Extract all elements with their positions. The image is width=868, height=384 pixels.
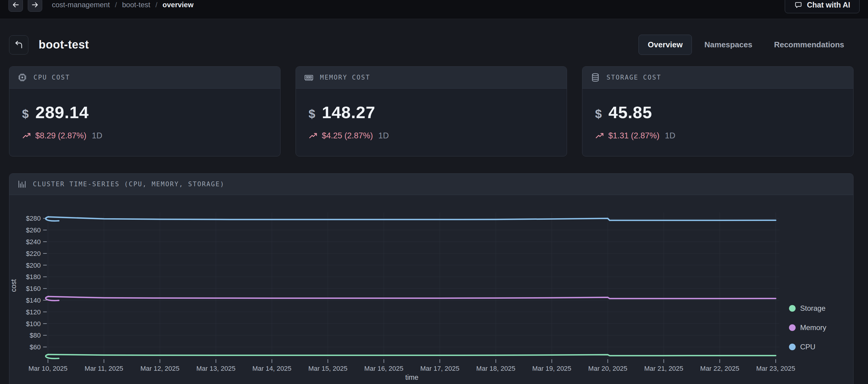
memory-cost-card-header: MEMORY COST (296, 67, 567, 89)
memory-cost-card-title: MEMORY COST (320, 74, 370, 81)
cpu-cost-value: 289.14 (35, 102, 89, 122)
svg-text:Mar 16, 2025: Mar 16, 2025 (364, 365, 404, 372)
svg-text:Mar 22, 2025: Mar 22, 2025 (700, 365, 740, 372)
chart-panel-header: CLUSTER TIME-SERIES (CPU, MEMORY, STORAG… (9, 173, 853, 195)
svg-text:Memory: Memory (800, 323, 826, 331)
memory-icon (304, 72, 314, 83)
svg-text:Mar 23, 2025: Mar 23, 2025 (756, 365, 795, 372)
svg-text:Mar 11, 2025: Mar 11, 2025 (85, 365, 123, 372)
currency-symbol: $ (22, 107, 29, 121)
tabs: Overview Namespaces Recommendations (639, 35, 854, 55)
breadcrumb-item-cost-management[interactable]: cost-management (52, 1, 110, 9)
svg-text:cost: cost (10, 279, 18, 292)
storage-cost-card-title: STORAGE COST (607, 74, 661, 81)
svg-text:$280: $280 (26, 215, 41, 222)
return-arrow-icon (13, 40, 24, 50)
cpu-cost-period: 1D (92, 131, 102, 140)
svg-text:Mar 19, 2025: Mar 19, 2025 (532, 365, 571, 372)
tab-overview[interactable]: Overview (639, 35, 692, 55)
breadcrumb-item-overview: overview (162, 1, 194, 9)
history-forward-button[interactable] (28, 0, 42, 12)
bar-chart-icon (17, 179, 27, 189)
trending-up-icon (309, 131, 318, 140)
cluster-timeseries-chart: $60$80$100$120$140$160$180$200$220$240$2… (9, 195, 853, 384)
svg-text:time: time (405, 374, 418, 381)
svg-text:$260: $260 (26, 226, 41, 234)
svg-text:Mar 12, 2025: Mar 12, 2025 (140, 365, 180, 372)
memory-cost-card-body: $ 148.27 $4.25 (2.87%) 1D (296, 89, 567, 156)
tab-namespaces[interactable]: Namespaces (695, 35, 762, 55)
svg-text:Storage: Storage (800, 304, 826, 312)
storage-cost-card-body: $ 45.85 $1.31 (2.87%) 1D (582, 89, 853, 156)
back-button[interactable] (9, 35, 28, 55)
cpu-cost-card: CPU COST $ 289.14 $8.29 (2.87%) 1D (9, 66, 280, 156)
svg-text:CPU: CPU (800, 343, 815, 351)
svg-text:$60: $60 (30, 343, 41, 351)
storage-icon (590, 72, 600, 83)
svg-text:Mar 17, 2025: Mar 17, 2025 (420, 365, 459, 372)
breadcrumb-separator: / (155, 1, 157, 9)
trending-up-icon (22, 131, 31, 140)
svg-text:$180: $180 (26, 273, 41, 281)
svg-text:$200: $200 (26, 262, 41, 269)
page-title: boot-test (39, 38, 89, 51)
page-header: boot-test Overview Namespaces Recommenda… (9, 35, 854, 55)
memory-cost-delta: $4.25 (2.87%) (322, 131, 373, 140)
svg-text:$100: $100 (26, 320, 41, 328)
chat-with-ai-button[interactable]: Chat with AI (785, 0, 860, 13)
legend-item-storage[interactable]: Storage (789, 304, 826, 312)
topbar: cost-management / boot-test / overview C… (0, 0, 868, 19)
trending-up-icon (595, 131, 604, 140)
svg-text:$120: $120 (26, 308, 41, 316)
svg-text:$160: $160 (26, 285, 41, 292)
cpu-cost-delta: $8.29 (2.87%) (35, 131, 87, 140)
storage-cost-period: 1D (665, 131, 676, 140)
svg-text:Mar 10, 2025: Mar 10, 2025 (28, 365, 67, 372)
memory-cost-value: 148.27 (322, 102, 375, 122)
svg-text:Mar 20, 2025: Mar 20, 2025 (588, 365, 627, 372)
arrow-left-icon (12, 1, 20, 9)
currency-symbol: $ (309, 107, 315, 121)
stat-cards-row: CPU COST $ 289.14 $8.29 (2.87%) 1D (9, 66, 854, 156)
breadcrumb-separator: / (115, 1, 117, 9)
svg-text:Mar 13, 2025: Mar 13, 2025 (196, 365, 236, 372)
memory-cost-period: 1D (378, 131, 389, 140)
svg-text:Mar 21, 2025: Mar 21, 2025 (644, 365, 683, 372)
svg-text:$80: $80 (30, 331, 41, 339)
cluster-timeseries-panel: CLUSTER TIME-SERIES (CPU, MEMORY, STORAG… (9, 173, 854, 384)
svg-text:Mar 15, 2025: Mar 15, 2025 (308, 365, 347, 372)
cpu-cost-card-title: CPU COST (33, 74, 70, 81)
storage-cost-delta: $1.31 (2.87%) (608, 131, 660, 140)
chart-panel-title: CLUSTER TIME-SERIES (CPU, MEMORY, STORAG… (33, 181, 225, 188)
breadcrumb: cost-management / boot-test / overview (52, 1, 194, 9)
svg-text:Mar 14, 2025: Mar 14, 2025 (252, 365, 292, 372)
storage-cost-card-header: STORAGE COST (582, 67, 853, 89)
cpu-cost-card-header: CPU COST (9, 67, 280, 89)
cpu-chip-icon (17, 72, 27, 83)
svg-text:$240: $240 (26, 238, 41, 246)
svg-text:$140: $140 (26, 297, 41, 304)
cpu-cost-card-body: $ 289.14 $8.29 (2.87%) 1D (9, 89, 280, 156)
svg-text:Mar 18, 2025: Mar 18, 2025 (476, 365, 516, 372)
breadcrumb-item-boot-test[interactable]: boot-test (122, 1, 150, 9)
legend-item-memory[interactable]: Memory (789, 323, 826, 331)
currency-symbol: $ (595, 107, 602, 121)
memory-cost-card: MEMORY COST $ 148.27 $4.25 (2.87%) 1D (296, 66, 567, 156)
storage-cost-value: 45.85 (608, 102, 652, 122)
svg-text:$220: $220 (26, 250, 41, 257)
tab-recommendations[interactable]: Recommendations (765, 35, 854, 55)
legend-item-cpu[interactable]: CPU (789, 343, 815, 351)
arrow-right-icon (31, 1, 39, 9)
chat-bubble-icon (794, 1, 803, 9)
storage-cost-card: STORAGE COST $ 45.85 $1.31 (2.87%) 1D (582, 66, 854, 156)
chat-with-ai-label: Chat with AI (807, 1, 850, 9)
history-back-button[interactable] (8, 0, 23, 12)
